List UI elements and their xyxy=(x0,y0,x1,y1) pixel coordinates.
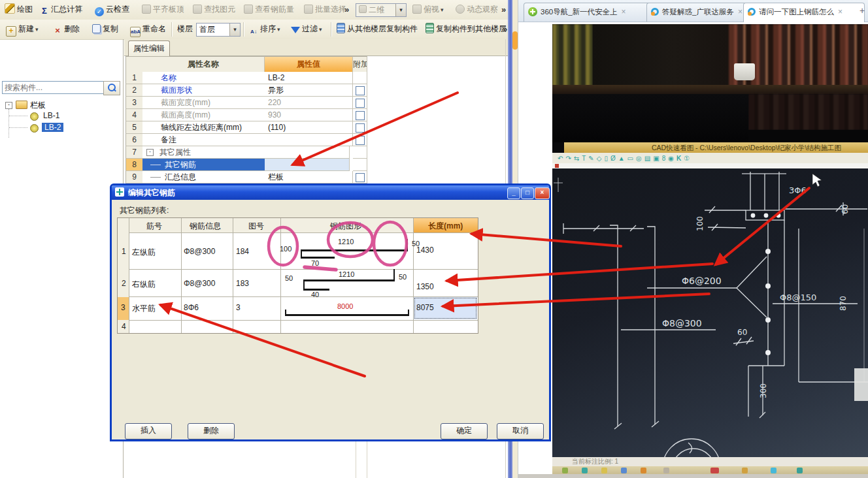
tab-close-icon[interactable]: × xyxy=(738,7,743,16)
delete-row-button[interactable]: 删除 xyxy=(188,423,235,439)
taskbar-icon xyxy=(742,468,748,473)
sort-button[interactable]: A↓排序▾ xyxy=(247,22,282,36)
cad-text-icon: T xyxy=(582,155,586,162)
prop-value[interactable]: 930 xyxy=(265,109,353,121)
cell-info[interactable]: 8Φ6 xyxy=(184,303,199,312)
prop-name-截面形状[interactable]: 截面形状 xyxy=(142,84,283,97)
shape-dim-red: 8000 xyxy=(337,302,353,310)
folder-icon xyxy=(16,101,27,109)
floor-combo[interactable]: 首层 ▾ xyxy=(196,23,241,37)
batch-select-button: 批量选择 xyxy=(302,3,348,16)
tab-property-edit[interactable]: 属性编辑 xyxy=(128,40,170,56)
cell-name[interactable]: 右纵筋 xyxy=(132,279,156,290)
extra-checkbox[interactable] xyxy=(356,123,365,133)
copy-to-floor-button[interactable]: 复制构件到其他楼层 xyxy=(424,22,509,36)
taskbar-icon xyxy=(601,468,607,473)
copy-from-floor-button[interactable]: 从其他楼层复制构件 xyxy=(335,22,420,36)
cancel-button[interactable]: 取消 xyxy=(497,423,544,439)
prop-value-其它钢筋[interactable] xyxy=(265,159,350,171)
draw-button[interactable]: 绘图 xyxy=(3,3,35,16)
prop-name-截面宽度[interactable]: 截面宽度(mm) xyxy=(142,97,283,109)
tab-favicon-glodon xyxy=(748,8,756,16)
rebar-shape-segment xyxy=(285,314,409,316)
tree-expander[interactable]: - xyxy=(5,102,12,109)
maximize-button[interactable]: □ xyxy=(521,187,534,199)
cell-name[interactable]: 水平筋 xyxy=(132,303,156,314)
panel-gridline xyxy=(356,441,356,478)
new-button[interactable]: +新建▾ xyxy=(4,22,41,36)
browser-tab-1[interactable]: 360导航_新一代安全上× xyxy=(524,3,653,22)
rename-button[interactable]: abA重命名 xyxy=(128,22,168,36)
cell-info[interactable]: Φ8@300 xyxy=(184,279,215,288)
prop-name-备注[interactable]: 备注 xyxy=(142,134,283,146)
prop-value[interactable]: LB-2 xyxy=(265,72,353,84)
prop-value[interactable]: (110) xyxy=(265,121,353,134)
cell-fig[interactable]: 183 xyxy=(236,279,249,288)
delete-button[interactable]: ×删除 xyxy=(51,22,82,36)
close-button[interactable]: × xyxy=(535,187,550,199)
component-toolbar: +新建▾ ×删除 复制 abA重命名 楼层 首层 ▾ A↓排序▾ 过滤▾ 从其他… xyxy=(0,20,512,40)
tab-close-icon[interactable]: × xyxy=(838,7,843,16)
summary-calc-button[interactable]: Σ汇总计算 xyxy=(38,3,84,16)
cad-trash-icon: ▯ xyxy=(604,155,608,162)
prop-name-轴线距左边线距离[interactable]: 轴线距左边线距离(mm) xyxy=(142,121,283,134)
cell-name[interactable]: 左纵筋 xyxy=(132,247,156,258)
prop-value[interactable]: 异形 xyxy=(265,84,353,97)
prop-group-其它属性[interactable]: - 其它属性 xyxy=(142,146,282,159)
toolbar-overflow-button[interactable]: » xyxy=(342,3,351,16)
prop-row-num: 3 xyxy=(125,97,143,109)
extra-checkbox[interactable] xyxy=(356,136,365,145)
tree-root-label[interactable]: 栏板 xyxy=(30,100,46,111)
tree-item-lb1[interactable]: LB-1 xyxy=(43,111,59,120)
rebar-shape-segment xyxy=(285,310,286,316)
small-red-icon xyxy=(555,164,559,168)
col-divider xyxy=(181,218,182,333)
prop-name-名称[interactable]: 名称 xyxy=(142,72,283,84)
rebar-table: 筋号 钢筋信息 图号 钢筋图形 长度(mm) 1 左纵筋 Φ8@300 184 … xyxy=(117,217,478,334)
filter-button[interactable]: 过滤▾ xyxy=(289,22,324,36)
scrollbar-thumb[interactable] xyxy=(512,31,518,50)
extra-checkbox[interactable] xyxy=(356,86,365,95)
cad-toolbar: ↶↷⇆T✎◇▯Ø▲▭◎▤▣8◉K① xyxy=(552,153,868,163)
minimize-button[interactable]: _ xyxy=(507,187,520,199)
floor-combo-caret[interactable]: ▾ xyxy=(229,24,240,36)
extra-checkbox[interactable] xyxy=(356,173,365,182)
extra-checkbox[interactable] xyxy=(356,99,365,108)
cell-len[interactable]: 8075 xyxy=(416,303,434,312)
rebar-col-info: 钢筋信息 xyxy=(190,221,221,232)
cloud-check-button[interactable]: ✓云检查 xyxy=(93,3,131,16)
binoculars-icon xyxy=(193,5,202,14)
floor-label: 楼层 xyxy=(175,22,195,36)
cell-fig[interactable]: 184 xyxy=(236,247,249,256)
prop-col-corner xyxy=(125,56,143,72)
toolbar-overflow-button-2[interactable]: » xyxy=(499,3,508,16)
ok-button[interactable]: 确定 xyxy=(441,423,488,439)
new-caret-icon: ▾ xyxy=(35,26,39,33)
copy-button[interactable]: 复制 xyxy=(90,22,120,36)
search-input[interactable] xyxy=(2,81,105,94)
cad-white-strip xyxy=(552,163,868,168)
cad-zoom-icon: ◎ xyxy=(636,155,642,162)
browser-tab-3-active[interactable]: 请问一下图上钢筋怎么× xyxy=(743,3,865,22)
tree-item-lb2-selected[interactable]: LB-2 xyxy=(42,123,63,132)
insert-button[interactable]: 插入 xyxy=(125,423,172,439)
search-button[interactable] xyxy=(103,81,120,95)
prop-value[interactable] xyxy=(265,134,353,146)
group-expander-icon[interactable]: - xyxy=(146,149,154,156)
browser-tab-2[interactable]: 答疑解惑_广联达服务× xyxy=(646,3,750,22)
rebar-col-fig: 图号 xyxy=(248,221,264,232)
cell-info[interactable]: Φ8@300 xyxy=(184,247,215,256)
prop-value[interactable]: 220 xyxy=(265,97,353,109)
cad-label-100: 100 xyxy=(695,216,705,231)
prop-name-截面高度[interactable]: 截面高度(mm) xyxy=(142,109,283,121)
col-divider xyxy=(129,218,129,333)
dialog-titlebar[interactable]: 编辑其它钢筋 _ □ × xyxy=(112,185,549,200)
property-tabstrip xyxy=(124,39,508,56)
cell-fig[interactable]: 3 xyxy=(236,303,241,312)
new-tab-button[interactable]: + xyxy=(860,5,865,16)
tab-close-icon[interactable]: × xyxy=(622,7,626,16)
cell-len[interactable]: 1350 xyxy=(416,282,434,291)
extra-checkbox[interactable] xyxy=(356,111,365,120)
prop-col-name-header: 属性名称 xyxy=(142,56,265,72)
prop-value[interactable]: 栏板 xyxy=(265,171,353,183)
